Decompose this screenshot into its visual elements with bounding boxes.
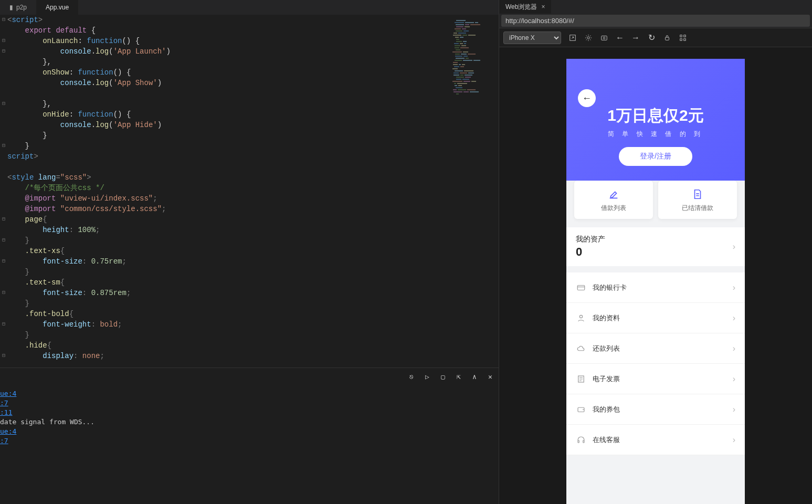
svg-point-3 bbox=[603, 37, 605, 39]
chevron-right-icon: › bbox=[733, 283, 735, 292]
card-icon bbox=[576, 282, 586, 293]
close-icon[interactable]: × bbox=[541, 3, 545, 10]
console-collapse-icon[interactable]: ∧ bbox=[470, 372, 479, 381]
login-button-label: 登录/注册 bbox=[640, 152, 671, 161]
svg-rect-13 bbox=[578, 440, 579, 443]
card-label: 借款列表 bbox=[574, 204, 653, 213]
chevron-right-icon: › bbox=[733, 242, 735, 251]
cloud-icon bbox=[576, 343, 586, 354]
lock-icon[interactable] bbox=[663, 34, 671, 42]
tab-label: App.vue bbox=[46, 4, 69, 11]
list-item[interactable]: 电子发票› bbox=[566, 364, 745, 394]
console-output-icon[interactable]: ⎋ bbox=[407, 372, 416, 381]
login-button[interactable]: 登录/注册 bbox=[619, 147, 692, 166]
user-icon bbox=[576, 313, 586, 323]
chevron-right-icon: › bbox=[733, 374, 735, 384]
list-item-label: 还款列表 bbox=[593, 344, 620, 353]
browser-tabs: Web浏览器 × bbox=[499, 0, 812, 14]
asset-value: 0 bbox=[576, 245, 605, 259]
browser-tab[interactable]: Web浏览器 × bbox=[499, 0, 551, 14]
svg-point-10 bbox=[579, 315, 582, 318]
back-button[interactable]: ← bbox=[578, 89, 596, 107]
console-run-icon[interactable]: ▷ bbox=[423, 372, 431, 381]
code-editor[interactable]: ⊟⊟⊟⊟⊟⊟⊟⊟⊟⊟⊟ <script> export default { on… bbox=[0, 15, 499, 368]
chevron-right-icon: › bbox=[733, 313, 735, 323]
receipt-icon bbox=[576, 374, 586, 384]
code-content: <script> export default { onLaunch: func… bbox=[7, 15, 499, 368]
minimap[interactable] bbox=[451, 20, 499, 93]
settings-icon[interactable] bbox=[584, 34, 593, 42]
card-cleared-loans[interactable]: 已结清借款 bbox=[658, 181, 737, 219]
dev-toolbar: iPhone X ← → ↻ bbox=[499, 28, 812, 47]
list-item[interactable]: 我的银行卡› bbox=[566, 272, 745, 303]
svg-rect-5 bbox=[680, 35, 682, 37]
headset-icon bbox=[576, 435, 586, 445]
list-item[interactable]: 我的券包› bbox=[566, 394, 745, 425]
card-loan-list[interactable]: 借款列表 bbox=[574, 181, 653, 219]
screenshot-icon[interactable] bbox=[600, 34, 608, 42]
forward-icon[interactable]: → bbox=[631, 34, 640, 42]
menu-list: 我的银行卡›我的资料›还款列表›电子发票›我的券包›在线客服› bbox=[566, 272, 745, 455]
svg-rect-4 bbox=[666, 37, 669, 40]
svg-point-1 bbox=[587, 36, 589, 38]
hero-section: ← 1万日息仅2元 简 单 快 速 借 的 到 登录/注册 bbox=[566, 59, 745, 181]
browser-panel: Web浏览器 × iPhone X ← → ↻ ← bbox=[499, 0, 812, 504]
svg-rect-14 bbox=[583, 440, 584, 443]
tab-label: p2p bbox=[16, 4, 27, 11]
svg-rect-9 bbox=[577, 285, 585, 290]
external-icon[interactable] bbox=[568, 34, 577, 42]
editor-tabs: ▮ p2p App.vue bbox=[0, 0, 499, 15]
list-item[interactable]: 我的资料› bbox=[566, 303, 745, 333]
svg-rect-6 bbox=[684, 35, 686, 37]
console-close-icon[interactable]: ✕ bbox=[486, 372, 494, 381]
fold-gutter: ⊟⊟⊟⊟⊟⊟⊟⊟⊟⊟⊟ bbox=[0, 15, 7, 368]
list-item[interactable]: 在线客服› bbox=[566, 425, 745, 455]
card-label: 已结清借款 bbox=[658, 204, 737, 213]
url-input[interactable] bbox=[501, 15, 810, 27]
asset-block[interactable]: 我的资产 0 › bbox=[566, 227, 745, 266]
device-select[interactable]: iPhone X bbox=[503, 32, 561, 44]
editor-panel: ▮ p2p App.vue ⊟⊟⊟⊟⊟⊟⊟⊟⊟⊟⊟ <script> expor… bbox=[0, 0, 499, 504]
wallet-icon bbox=[576, 404, 586, 415]
tab-file[interactable]: App.vue bbox=[36, 0, 78, 15]
console-stop-icon[interactable]: ▢ bbox=[439, 372, 447, 381]
asset-label: 我的资产 bbox=[576, 235, 605, 244]
console-panel: ⎋ ▷ ▢ ⇱ ∧ ✕ ue:4:7:11date signal from WD… bbox=[0, 368, 499, 504]
edit-icon bbox=[574, 188, 653, 201]
list-item-label: 我的券包 bbox=[593, 405, 620, 414]
card-row: 借款列表 已结清借款 bbox=[566, 175, 745, 224]
svg-rect-7 bbox=[680, 38, 682, 40]
chevron-right-icon: › bbox=[733, 405, 735, 414]
hero-title: 1万日息仅2元 bbox=[566, 105, 745, 127]
svg-rect-8 bbox=[684, 38, 686, 40]
grid-icon[interactable] bbox=[679, 34, 687, 42]
preview-area: ← 1万日息仅2元 简 单 快 速 借 的 到 登录/注册 借款列表 bbox=[499, 47, 812, 504]
console-export-icon[interactable]: ⇱ bbox=[455, 372, 463, 381]
phone-frame: ← 1万日息仅2元 简 单 快 速 借 的 到 登录/注册 借款列表 bbox=[566, 59, 745, 504]
console-toolbar: ⎋ ▷ ▢ ⇱ ∧ ✕ bbox=[407, 372, 494, 381]
browser-tab-label: Web浏览器 bbox=[505, 3, 537, 12]
list-item-label: 我的银行卡 bbox=[593, 283, 627, 292]
tab-project[interactable]: ▮ p2p bbox=[0, 0, 36, 15]
chevron-right-icon: › bbox=[733, 435, 735, 445]
chevron-right-icon: › bbox=[733, 344, 735, 353]
list-item-label: 在线客服 bbox=[593, 435, 620, 445]
folder-icon: ▮ bbox=[9, 4, 13, 11]
back-icon[interactable]: ← bbox=[616, 34, 624, 42]
list-item-label: 我的资料 bbox=[593, 313, 620, 323]
hero-subtitle: 简 单 快 速 借 的 到 bbox=[566, 130, 745, 139]
list-item-label: 电子发票 bbox=[593, 374, 620, 384]
document-icon bbox=[658, 188, 737, 201]
refresh-icon[interactable]: ↻ bbox=[647, 34, 656, 42]
list-item[interactable]: 还款列表› bbox=[566, 333, 745, 364]
svg-rect-2 bbox=[602, 36, 607, 40]
url-bar bbox=[499, 14, 812, 28]
